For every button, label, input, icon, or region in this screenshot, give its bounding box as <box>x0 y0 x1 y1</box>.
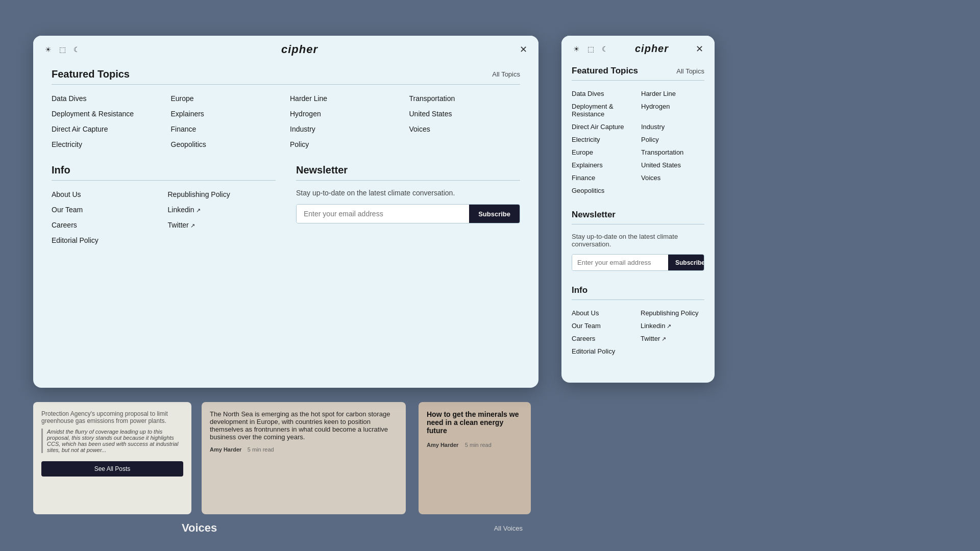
small-newsletter-description: Stay up-to-date on the latest climate co… <box>572 233 704 248</box>
info-about-us[interactable]: About Us <box>52 189 160 200</box>
s-topic-electricity[interactable]: Electricity <box>572 135 635 144</box>
newsletter-title: Newsletter <box>296 164 348 176</box>
small-moon-icon[interactable]: ☾ <box>600 44 609 54</box>
topic-voices[interactable]: Voices <box>409 123 521 135</box>
bg-article2-text: The North Sea is emerging as the hot spo… <box>210 410 398 441</box>
s-info-our-team[interactable]: Our Team <box>572 321 635 331</box>
topic-placeholder <box>409 139 521 150</box>
small-monitor-icon[interactable]: ⬚ <box>586 44 595 54</box>
small-info-header: Info <box>572 285 704 300</box>
topic-policy[interactable]: Policy <box>290 139 401 150</box>
s-info-careers[interactable]: Careers <box>572 334 635 343</box>
newsletter-email-input[interactable] <box>297 205 469 223</box>
s-topic-policy[interactable]: Policy <box>641 135 704 144</box>
s-topic-transportation[interactable]: Transportation <box>641 147 704 157</box>
small-panel-header: ☀ ⬚ ☾ cipher ✕ <box>561 36 715 62</box>
small-info-title: Info <box>572 285 587 295</box>
s-info-about-us[interactable]: About Us <box>572 308 635 318</box>
topic-data-dives[interactable]: Data Dives <box>52 93 163 104</box>
topic-deployment[interactable]: Deployment & Resistance <box>52 108 163 119</box>
large-panel-close-button[interactable]: ✕ <box>518 44 528 55</box>
small-info-section: Info About Us Republishing Policy Our Te… <box>572 285 704 356</box>
all-voices-link[interactable]: All Voices <box>494 524 523 532</box>
info-twitter[interactable]: Twitter <box>168 219 276 231</box>
topic-united-states[interactable]: United States <box>409 108 521 119</box>
topic-europe[interactable]: Europe <box>171 93 282 104</box>
large-panel-header: ☀ ⬚ ☾ cipher ✕ <box>33 36 538 63</box>
all-topics-link[interactable]: All Topics <box>492 70 520 78</box>
s-topic-deployment[interactable]: Deployment & Resistance <box>572 102 635 119</box>
small-newsletter-section: Newsletter Stay up-to-date on the latest… <box>572 210 704 271</box>
newsletter-subscribe-button[interactable]: Subscribe <box>469 205 520 223</box>
s-topic-finance[interactable]: Finance <box>572 173 635 183</box>
header-icons-left: ☀ ⬚ ☾ <box>43 45 81 54</box>
topic-geopolitics[interactable]: Geopolitics <box>171 139 282 150</box>
info-linkedin[interactable]: Linkedin <box>168 204 276 215</box>
bg-article3-author: Amy Harder <box>427 442 458 448</box>
info-our-team[interactable]: Our Team <box>52 204 160 215</box>
small-featured-topics-title: Featured Topics <box>572 66 638 76</box>
s-topic-europe[interactable]: Europe <box>572 147 635 157</box>
topic-finance[interactable]: Finance <box>171 123 282 135</box>
topic-transportation[interactable]: Transportation <box>409 93 521 104</box>
large-panel-logo[interactable]: cipher <box>281 43 318 56</box>
small-newsletter-email-input[interactable] <box>572 255 668 270</box>
small-header-icons-left: ☀ ⬚ ☾ <box>572 44 609 54</box>
s-topic-data-dives[interactable]: Data Dives <box>572 89 635 98</box>
s-topic-industry[interactable]: Industry <box>641 122 704 132</box>
s-info-republishing[interactable]: Republishing Policy <box>641 308 704 318</box>
s-topic-direct-air[interactable]: Direct Air Capture <box>572 122 635 132</box>
s-topic-harder-line[interactable]: Harder Line <box>641 89 704 98</box>
topic-harder-line[interactable]: Harder Line <box>290 93 401 104</box>
small-newsletter-title: Newsletter <box>572 210 616 220</box>
voices-section-title: Voices <box>182 521 217 535</box>
small-sun-icon[interactable]: ☀ <box>572 44 581 54</box>
s-info-editorial[interactable]: Editorial Policy <box>572 346 635 356</box>
large-panel-content: Featured Topics All Topics Data Dives Eu… <box>33 63 538 388</box>
moon-icon[interactable]: ☾ <box>72 45 81 54</box>
topic-hydrogen[interactable]: Hydrogen <box>290 108 401 119</box>
topic-industry[interactable]: Industry <box>290 123 401 135</box>
newsletter-section: Newsletter Stay up-to-date on the latest… <box>296 164 520 246</box>
s-topic-united-states[interactable]: United States <box>641 160 704 170</box>
small-panel-logo[interactable]: cipher <box>635 43 669 55</box>
topic-direct-air[interactable]: Direct Air Capture <box>52 123 163 135</box>
s-topic-explainers[interactable]: Explainers <box>572 160 635 170</box>
monitor-icon[interactable]: ⬚ <box>58 45 67 54</box>
sun-icon[interactable]: ☀ <box>43 45 53 54</box>
topics-grid: Data Dives Europe Harder Line Transporta… <box>52 93 520 150</box>
topic-electricity[interactable]: Electricity <box>52 139 163 150</box>
small-all-topics-link[interactable]: All Topics <box>676 67 704 75</box>
small-info-links: About Us Republishing Policy Our Team Li… <box>572 308 704 356</box>
s-topic-voices[interactable]: Voices <box>641 173 704 183</box>
info-title: Info <box>52 164 70 176</box>
s-info-linkedin[interactable]: Linkedin <box>641 321 704 331</box>
newsletter-description: Stay up-to-date on the latest climate co… <box>296 189 520 197</box>
info-editorial[interactable]: Editorial Policy <box>52 235 160 246</box>
s-info-twitter[interactable]: Twitter <box>641 334 704 343</box>
info-links: About Us Republishing Policy Our Team Li… <box>52 189 276 246</box>
small-panel-content: Featured Topics All Topics Data Dives Ha… <box>561 62 715 382</box>
topic-explainers[interactable]: Explainers <box>171 108 282 119</box>
see-all-posts-button[interactable]: See All Posts <box>41 461 183 477</box>
small-featured-topics-header: Featured Topics All Topics <box>572 66 704 81</box>
bg-article1-quote: Amidst the flurry of coverage leading up… <box>41 429 183 453</box>
bg-article3-readtime: 5 min read <box>465 442 492 448</box>
featured-topics-title: Featured Topics <box>52 68 130 80</box>
info-republishing[interactable]: Republishing Policy <box>168 189 276 200</box>
bg-article1-excerpt: Protection Agency's upcoming proposal to… <box>41 410 183 424</box>
info-section: Info About Us Republishing Policy Our Te… <box>52 164 276 246</box>
newsletter-form: Subscribe <box>296 204 520 223</box>
small-topics-grid: Data Dives Harder Line Deployment & Resi… <box>572 89 704 195</box>
small-panel-close-button[interactable]: ✕ <box>694 44 704 54</box>
small-newsletter-subscribe-button[interactable]: Subscribe <box>668 255 704 270</box>
info-careers[interactable]: Careers <box>52 219 160 231</box>
info-newsletter-row: Info About Us Republishing Policy Our Te… <box>52 164 520 260</box>
large-panel: ☀ ⬚ ☾ cipher ✕ Featured Topics All Topic… <box>33 36 538 388</box>
s-topic-hydrogen[interactable]: Hydrogen <box>641 102 704 119</box>
info-header: Info <box>52 164 276 181</box>
newsletter-header: Newsletter <box>296 164 520 181</box>
bg-article2-author: Amy Harder <box>210 446 241 453</box>
featured-topics-header: Featured Topics All Topics <box>52 68 520 85</box>
s-topic-geopolitics[interactable]: Geopolitics <box>572 186 635 195</box>
